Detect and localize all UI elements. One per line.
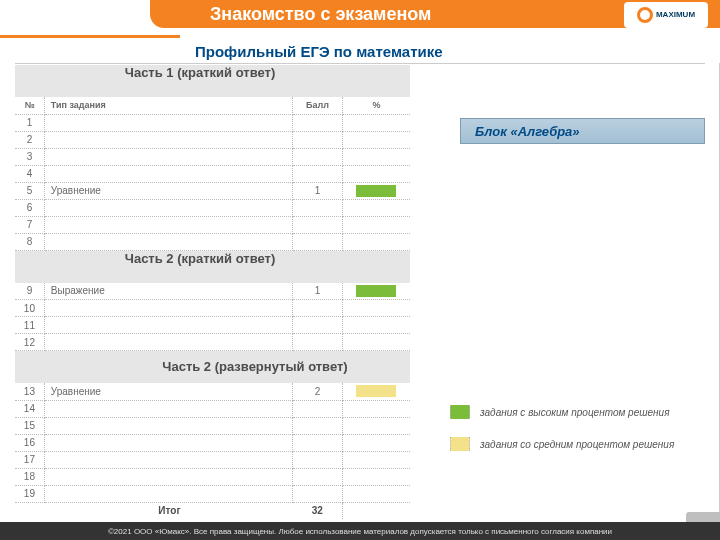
- table-row: 11: [15, 317, 410, 334]
- legend-item-mid: задания со средним процентом решения: [450, 437, 674, 451]
- block-algebra-tag: Блок «Алгебра»: [460, 118, 705, 144]
- pct-swatch: [356, 185, 396, 197]
- total-row: Итог 32: [15, 502, 410, 519]
- table-row: 19: [15, 485, 410, 502]
- page-title: Знакомство с экзаменом: [210, 4, 431, 25]
- table-part2a: 9Выражение1101112: [15, 283, 410, 352]
- table-row: 3: [15, 148, 410, 165]
- header: Знакомство с экзаменом MAXIMUM: [0, 0, 720, 28]
- pct-swatch: [356, 285, 396, 297]
- score-table: Часть 1 (краткий ответ) № Тип задания Ба…: [15, 65, 410, 519]
- legend-swatch-green: [450, 405, 470, 419]
- legend: задания с высоким процентом решения зада…: [450, 405, 674, 469]
- section-head-3: Часть 2 (развернутый ответ): [15, 351, 410, 383]
- footer: ©2021 ООО «Юмакс». Все права защищены. Л…: [0, 522, 720, 540]
- table-row: 2: [15, 131, 410, 148]
- table-row: 14: [15, 400, 410, 417]
- accent-bar: [0, 35, 180, 38]
- table-row: 16: [15, 434, 410, 451]
- logo-ring-icon: [637, 7, 653, 23]
- footer-tab: [686, 512, 720, 522]
- section-head-1: Часть 1 (краткий ответ): [15, 65, 410, 97]
- table-part2b: 13Уравнение2141516171819 Итог 32: [15, 383, 410, 519]
- table-row: 7: [15, 216, 410, 233]
- table-row: 15: [15, 417, 410, 434]
- logo-text: MAXIMUM: [656, 11, 695, 19]
- table-header-row: № Тип задания Балл %: [15, 97, 410, 114]
- table-row: 4: [15, 165, 410, 182]
- table-row: 6: [15, 199, 410, 216]
- table-row: 1: [15, 114, 410, 131]
- table-row: 8: [15, 233, 410, 250]
- logo: MAXIMUM: [624, 2, 708, 28]
- pct-swatch: [356, 385, 396, 397]
- section-head-2: Часть 2 (краткий ответ): [15, 251, 410, 283]
- legend-swatch-yellow: [450, 437, 470, 451]
- table-row: 18: [15, 468, 410, 485]
- legend-item-high: задания с высоким процентом решения: [450, 405, 674, 419]
- subtitle: Профильный ЕГЭ по математике: [195, 43, 443, 60]
- table-row: 17: [15, 451, 410, 468]
- table-row: 10: [15, 300, 410, 317]
- table-row: 5Уравнение1: [15, 182, 410, 199]
- table-part1: № Тип задания Балл % 12345Уравнение1678: [15, 97, 410, 251]
- table-row: 12: [15, 334, 410, 351]
- table-row: 13Уравнение2: [15, 383, 410, 400]
- divider: [15, 63, 705, 64]
- table-row: 9Выражение1: [15, 283, 410, 300]
